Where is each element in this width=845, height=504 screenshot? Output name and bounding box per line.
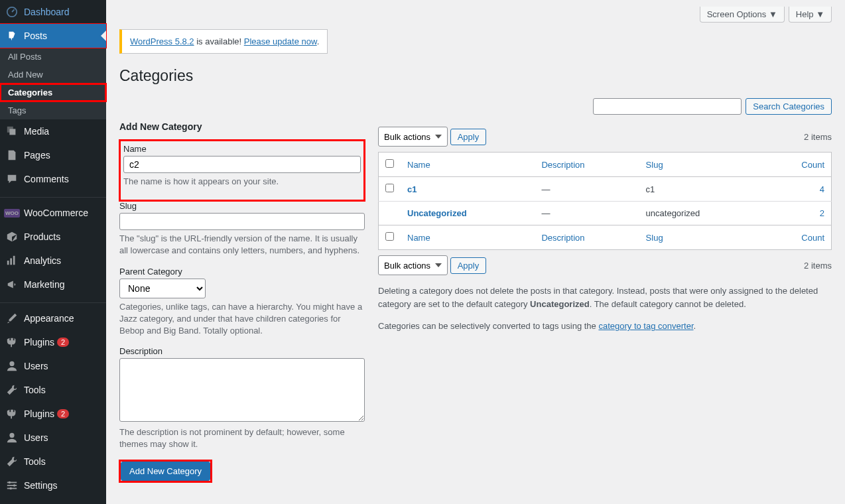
menu-comments[interactable]: Comments bbox=[0, 167, 106, 191]
name-input[interactable] bbox=[123, 156, 361, 173]
plugin-icon bbox=[5, 336, 19, 349]
media-icon bbox=[5, 125, 19, 138]
menu-label: Media bbox=[24, 126, 49, 137]
analytics-icon bbox=[5, 254, 19, 267]
menu-analytics[interactable]: Analytics bbox=[0, 249, 106, 273]
menu-products[interactable]: Products bbox=[0, 225, 106, 249]
menu-label: Tools bbox=[24, 456, 46, 467]
submenu-add-new[interactable]: Add New bbox=[0, 66, 106, 84]
submenu-categories[interactable]: Categories bbox=[0, 84, 106, 101]
wrench-icon bbox=[5, 455, 19, 468]
select-all-top[interactable] bbox=[385, 159, 394, 168]
brush-icon bbox=[5, 312, 19, 325]
menu-woocommerce[interactable]: WOO WooCommerce bbox=[0, 201, 106, 225]
row-count[interactable]: 2 bbox=[820, 208, 824, 218]
page-title: Categories bbox=[119, 67, 832, 85]
plugin-icon bbox=[5, 407, 19, 420]
menu-posts[interactable]: Posts bbox=[0, 24, 106, 48]
search-input[interactable] bbox=[593, 98, 742, 115]
menu-plugins[interactable]: Plugins 2 bbox=[0, 330, 106, 354]
row-count[interactable]: 4 bbox=[820, 184, 824, 194]
col-name[interactable]: Name bbox=[407, 160, 430, 170]
submenu-tags[interactable]: Tags bbox=[0, 101, 106, 119]
svg-point-11 bbox=[9, 487, 12, 490]
submenu-all-posts[interactable]: All Posts bbox=[0, 48, 106, 66]
col-count[interactable]: Count bbox=[801, 233, 824, 243]
apply-bottom[interactable]: Apply bbox=[450, 257, 487, 274]
name-desc: The name is how it appears on your site. bbox=[123, 176, 361, 188]
menu-marketing[interactable]: Marketing bbox=[0, 273, 106, 296]
menu-label: Appearance bbox=[24, 313, 74, 324]
svg-rect-2 bbox=[10, 258, 12, 265]
description-label: Description bbox=[119, 346, 365, 356]
posts-submenu: All Posts Add New Categories Tags bbox=[0, 48, 106, 119]
menu-label: Users bbox=[24, 361, 48, 371]
description-desc: The description is not prominent by defa… bbox=[119, 426, 365, 450]
delete-info: Deleting a category does not delete the … bbox=[378, 284, 832, 310]
categories-list: Bulk actions Apply 2 items Name Descript… bbox=[378, 121, 832, 482]
update-notice: WordPress 5.8.2 is available! Please upd… bbox=[119, 29, 328, 54]
form-heading: Add New Category bbox=[119, 121, 365, 132]
help-button[interactable]: Help ▼ bbox=[789, 7, 832, 23]
user-icon bbox=[5, 431, 19, 444]
menu-label: Users bbox=[24, 432, 48, 443]
wrench-icon bbox=[5, 383, 19, 397]
screen-options-button[interactable]: Screen Options ▼ bbox=[700, 7, 785, 23]
name-label: Name bbox=[123, 144, 361, 154]
bulk-actions-bottom[interactable]: Bulk actions bbox=[378, 255, 448, 275]
converter-link[interactable]: category to tag converter bbox=[598, 321, 693, 331]
menu-label: Analytics bbox=[24, 255, 61, 266]
search-button[interactable]: Search Categories bbox=[746, 98, 832, 115]
submit-button[interactable]: Add New Category bbox=[121, 462, 210, 481]
slug-desc: The "slug" is the URL-friendly version o… bbox=[119, 233, 365, 257]
col-description[interactable]: Description bbox=[541, 160, 584, 170]
slug-label: Slug bbox=[119, 201, 365, 211]
menu-tools-2[interactable]: Tools bbox=[0, 450, 106, 473]
add-category-form: Add New Category Name The name is how it… bbox=[119, 121, 365, 482]
menu-media[interactable]: Media bbox=[0, 119, 106, 143]
svg-rect-1 bbox=[7, 261, 9, 265]
menu-users-2[interactable]: Users bbox=[0, 426, 106, 450]
row-name[interactable]: c1 bbox=[407, 184, 417, 194]
select-all-bottom[interactable] bbox=[385, 232, 394, 241]
col-slug[interactable]: Slug bbox=[646, 233, 663, 243]
row-checkbox[interactable] bbox=[385, 184, 394, 192]
menu-dashboard[interactable]: Dashboard bbox=[0, 0, 106, 24]
admin-sidebar: Dashboard Posts All Posts Add New Catego… bbox=[0, 0, 106, 504]
items-count: 2 items bbox=[804, 132, 832, 142]
svg-rect-3 bbox=[13, 256, 15, 265]
col-slug[interactable]: Slug bbox=[646, 160, 663, 170]
menu-label: WooCommerce bbox=[24, 208, 88, 218]
slug-input[interactable] bbox=[119, 213, 365, 230]
menu-label: Pages bbox=[24, 150, 50, 160]
wp-version-link[interactable]: WordPress 5.8.2 bbox=[130, 36, 194, 46]
update-now-link[interactable]: Please update now bbox=[244, 36, 317, 46]
svg-point-5 bbox=[9, 433, 14, 438]
svg-point-10 bbox=[13, 484, 16, 487]
menu-separator bbox=[0, 300, 106, 303]
page-icon bbox=[5, 149, 19, 162]
svg-point-9 bbox=[9, 481, 11, 484]
menu-label: Marketing bbox=[24, 279, 64, 290]
menu-pages[interactable]: Pages bbox=[0, 143, 106, 167]
apply-top[interactable]: Apply bbox=[450, 129, 487, 145]
col-description[interactable]: Description bbox=[541, 233, 584, 243]
parent-desc: Categories, unlike tags, can have a hier… bbox=[119, 301, 365, 338]
menu-appearance[interactable]: Appearance bbox=[0, 306, 106, 330]
main-content: Screen Options ▼ Help ▼ WordPress 5.8.2 … bbox=[106, 0, 845, 504]
row-name[interactable]: Uncategorized bbox=[407, 208, 467, 218]
menu-label: Dashboard bbox=[24, 7, 70, 17]
row-description: — bbox=[535, 177, 639, 202]
menu-users[interactable]: Users bbox=[0, 354, 106, 378]
dashboard-icon bbox=[5, 5, 19, 19]
col-count[interactable]: Count bbox=[801, 160, 824, 170]
col-name[interactable]: Name bbox=[407, 233, 430, 243]
menu-label: Posts bbox=[24, 31, 47, 41]
description-input[interactable] bbox=[119, 358, 365, 422]
parent-select[interactable]: None bbox=[119, 279, 206, 298]
row-slug: c1 bbox=[639, 177, 764, 202]
menu-settings[interactable]: Settings bbox=[0, 473, 106, 497]
bulk-actions-top[interactable]: Bulk actions bbox=[378, 127, 448, 147]
menu-tools[interactable]: Tools bbox=[0, 378, 106, 402]
menu-plugins-2[interactable]: Plugins 2 bbox=[0, 402, 106, 426]
